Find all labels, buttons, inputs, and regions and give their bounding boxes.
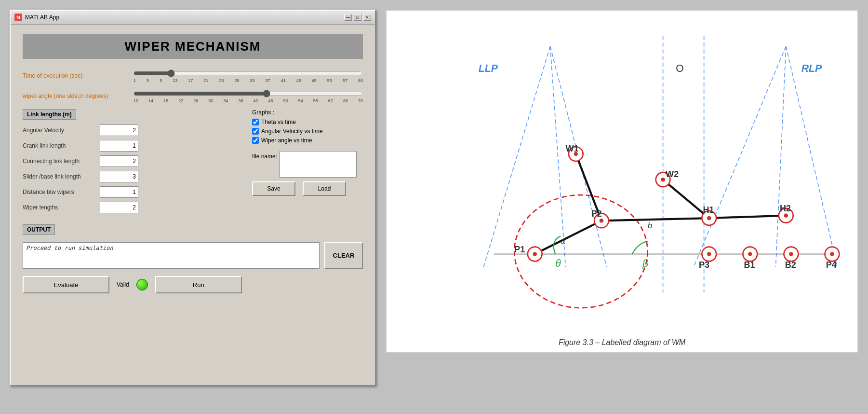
p2-label: P2	[591, 209, 602, 219]
time-slider[interactable]	[134, 69, 363, 78]
output-row: Proceed to run simulation CLEAR	[23, 242, 363, 269]
evaluate-button[interactable]: Evaluate	[23, 276, 109, 293]
connecting-link-label: Connecting link length	[23, 158, 100, 165]
theta-checkbox[interactable]	[252, 119, 259, 125]
svg-point-33	[748, 252, 752, 256]
link-lengths-header: Link lengths (m)	[23, 109, 76, 120]
ang-vel-checkbox-row: Angular Velocity vs time	[252, 128, 363, 135]
theta-label: θ	[555, 258, 561, 269]
svg-point-27	[830, 252, 834, 256]
b2-label: B2	[785, 260, 796, 270]
matlab-icon: M	[14, 14, 22, 21]
theta-checkbox-label: Theta vs time	[261, 119, 296, 125]
o-label: O	[676, 63, 684, 74]
angular-velocity-row: Angular Velocity	[23, 124, 242, 136]
b-label: b	[648, 221, 652, 230]
angle-slider-row: wiper angle (one side,in degrees) 101418…	[23, 89, 363, 103]
maximize-button[interactable]: □	[354, 14, 361, 21]
svg-point-21	[533, 252, 537, 256]
time-slider-label: Time of execution (sec)	[23, 72, 129, 79]
theta-checkbox-row: Theta vs time	[252, 119, 363, 125]
h1-label: H1	[703, 205, 714, 215]
filename-input[interactable]	[280, 151, 357, 178]
svg-point-31	[784, 213, 788, 218]
title-bar-left: M MATLAB App	[14, 14, 59, 21]
svg-point-19	[661, 178, 665, 182]
wiper-angle-checkbox-label: Wiper angle vs time	[261, 137, 312, 144]
load-button[interactable]: Load	[303, 181, 346, 196]
llp-label: LLP	[479, 63, 498, 74]
angle-slider[interactable]	[134, 89, 363, 98]
save-button[interactable]: Save	[252, 181, 295, 196]
matlab-window: M MATLAB App — □ × WIPER MECHANISM Time …	[10, 10, 376, 386]
distance-row: Distance btw wipers	[23, 186, 242, 198]
title-bar: M MATLAB App — □ ×	[11, 11, 375, 25]
crank-link-input[interactable]	[100, 140, 138, 152]
wiper-length-row: Wiper lengths	[23, 202, 242, 213]
time-slider-row: Time of execution (sec) 1591317212529333…	[23, 69, 363, 83]
crank-link-label: Crank link length	[23, 142, 100, 149]
valid-indicator	[136, 279, 148, 290]
diagram-panel: LLP O RLP	[386, 10, 858, 353]
svg-point-35	[789, 252, 793, 256]
crank-link-row: Crank link length	[23, 140, 242, 152]
angular-velocity-label: Angular Velocity	[23, 127, 100, 134]
p3-label: P3	[699, 260, 709, 270]
connecting-link-input[interactable]	[100, 155, 138, 167]
svg-point-23	[600, 219, 604, 223]
wiper-length-input[interactable]	[100, 202, 138, 213]
svg-rect-0	[391, 15, 853, 333]
close-button[interactable]: ×	[363, 14, 371, 21]
bottom-bar: Evaluate Valid Run	[23, 276, 363, 293]
save-load-row: Save Load	[252, 181, 363, 196]
right-form: Graphs : Theta vs time Angular Velocity …	[252, 109, 363, 217]
a-label: a	[561, 236, 565, 246]
p1-label: P1	[514, 245, 525, 254]
wiper-angle-checkbox-row: Wiper angle vs time	[252, 137, 363, 144]
output-header: OUTPUT	[23, 224, 55, 235]
graphs-label: Graphs :	[252, 109, 363, 116]
valid-label: Valid	[117, 281, 129, 288]
ang-vel-checkbox-label: Angular Velocity vs time	[261, 128, 322, 135]
clear-button[interactable]: CLEAR	[324, 242, 363, 269]
wiper-angle-checkbox[interactable]	[252, 137, 259, 144]
diagram-caption: Figure 3.3 – Labelled diagram of WM	[559, 338, 685, 347]
svg-point-25	[707, 252, 711, 256]
angle-slider-label: wiper angle (one side,in degrees)	[23, 93, 129, 99]
distance-input[interactable]	[100, 186, 138, 198]
minimize-button[interactable]: —	[344, 14, 352, 21]
w1-label: W1	[566, 144, 579, 153]
wiper-length-label: Wiper lengths	[23, 204, 100, 211]
b1-label: B1	[744, 260, 755, 270]
w2-label: W2	[666, 169, 679, 179]
distance-label: Distance btw wipers	[23, 189, 100, 195]
app-content: WIPER MECHANISM Time of execution (sec) …	[11, 25, 375, 385]
app-title: WIPER MECHANISM	[23, 34, 363, 59]
slider-link-input[interactable]	[100, 171, 138, 182]
ang-vel-checkbox[interactable]	[252, 128, 259, 135]
diagram-svg: LLP O RLP	[391, 15, 853, 333]
filename-area: file name:	[252, 151, 363, 178]
form-area: Link lengths (m) Angular Velocity Crank …	[23, 109, 363, 217]
filename-label: file name:	[252, 151, 277, 160]
time-slider-container: 15913172125293337414549535760	[134, 69, 363, 83]
time-slider-ticks: 15913172125293337414549535760	[134, 78, 363, 83]
window-title: MATLAB App	[25, 14, 59, 21]
slider-link-row: Slider /base link length	[23, 171, 242, 182]
angle-slider-container: 10141822263034384246505458626670	[134, 89, 363, 103]
h2-label: H2	[780, 204, 791, 213]
svg-point-29	[707, 216, 711, 221]
run-button[interactable]: Run	[155, 276, 242, 293]
rlp-label: RLP	[801, 63, 822, 74]
left-form: Link lengths (m) Angular Velocity Crank …	[23, 109, 242, 217]
output-textarea[interactable]: Proceed to run simulation	[23, 242, 320, 269]
angular-velocity-input[interactable]	[100, 124, 138, 136]
window-controls: — □ ×	[344, 14, 371, 21]
beta-label: β	[642, 258, 648, 269]
connecting-link-row: Connecting link length	[23, 155, 242, 167]
angle-slider-ticks: 10141822263034384246505458626670	[134, 98, 363, 103]
output-section: OUTPUT Proceed to run simulation CLEAR	[23, 224, 363, 269]
slider-link-label: Slider /base link length	[23, 173, 100, 180]
p4-label: P4	[826, 260, 837, 270]
